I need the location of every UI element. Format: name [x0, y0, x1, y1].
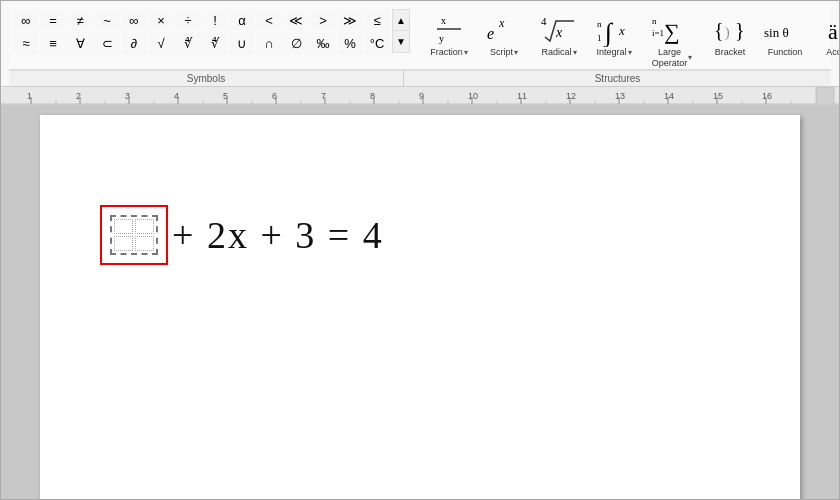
integral-label: Integral: [596, 47, 626, 58]
svg-text:n: n: [597, 19, 602, 29]
symbol-eq[interactable]: =: [40, 9, 66, 31]
svg-text:sin θ: sin θ: [764, 25, 789, 40]
script-label: Script: [490, 47, 513, 58]
document-area: + 2x + 3 = 4: [1, 105, 839, 500]
scroll-down[interactable]: ▼: [392, 31, 410, 53]
symbol-rows: ∞ = ≠ ~ ∞ × ÷ ! α < ≪ > ≫ ≤: [13, 9, 410, 54]
radical-label: Radical: [541, 47, 571, 58]
svg-text:{: {: [714, 19, 724, 41]
svg-text:∫: ∫: [603, 18, 614, 47]
svg-rect-70: [816, 87, 834, 105]
accent-label: Accent: [826, 47, 840, 58]
svg-text:ä: ä: [828, 19, 838, 44]
document-page: + 2x + 3 = 4: [40, 115, 800, 500]
struct-integral[interactable]: n 1 ∫ x Integral ▾: [587, 9, 641, 58]
symbol-4thrt[interactable]: ∜: [175, 32, 201, 54]
large-op-icon: n i=1 ∑: [650, 11, 694, 47]
symbol-times[interactable]: ×: [148, 9, 174, 31]
svg-text:4: 4: [541, 15, 547, 27]
fraction-label: Fraction: [430, 47, 463, 58]
svg-text:): ): [725, 25, 730, 41]
script-arrow: ▾: [514, 48, 518, 57]
dotted-cell-2: [135, 219, 154, 234]
symbol-gt[interactable]: >: [310, 9, 336, 31]
svg-text:y: y: [439, 33, 444, 44]
svg-text:14: 14: [664, 91, 674, 101]
large-op-label: LargeOperator: [652, 47, 688, 69]
symbol-partial[interactable]: ∂: [121, 32, 147, 54]
radical-label-row: Radical ▾: [541, 47, 576, 58]
radical-arrow: ▾: [573, 48, 577, 57]
symbol-tilde[interactable]: ~: [94, 9, 120, 31]
svg-text:}: }: [735, 19, 745, 41]
symbol-equiv[interactable]: ≡: [40, 32, 66, 54]
symbol-bang[interactable]: !: [202, 9, 228, 31]
symbol-grid: ∞ = ≠ ~ ∞ × ÷ ! α < ≪ > ≫ ≤: [13, 9, 390, 54]
svg-text:i=1: i=1: [652, 28, 664, 38]
symbol-percent[interactable]: %: [337, 32, 363, 54]
struct-items-row: x y Fraction ▾ e x: [422, 9, 840, 69]
symbols-section-label: Symbols: [9, 71, 404, 86]
svg-text:x: x: [441, 15, 446, 26]
math-placeholder[interactable]: [100, 205, 168, 265]
ruler-svg: 1 2 3 4 5 6 7 8 9 10 11 12 13 14 15 16: [1, 87, 839, 105]
ruler: 1 2 3 4 5 6 7 8 9 10 11 12 13 14 15 16: [1, 87, 839, 105]
struct-fraction[interactable]: x y Fraction ▾: [422, 9, 476, 58]
svg-text:12: 12: [566, 91, 576, 101]
fraction-label-row: Fraction ▾: [430, 47, 468, 58]
bracket-label: Bracket: [715, 47, 746, 58]
symbol-empty[interactable]: ∅: [283, 32, 309, 54]
symbol-gg[interactable]: ≫: [337, 9, 363, 31]
symbol-approx[interactable]: ≈: [13, 32, 39, 54]
symbol-subset[interactable]: ⊂: [94, 32, 120, 54]
symbol-row-2: ≈ ≡ ∀ ⊂ ∂ √ ∜ ∜ ∪ ∩ ∅ ‰ % °C: [13, 32, 390, 54]
svg-text:x: x: [555, 25, 563, 40]
symbol-le[interactable]: ≤: [364, 9, 390, 31]
symbol-intersect[interactable]: ∩: [256, 32, 282, 54]
symbol-inf[interactable]: ∞: [13, 9, 39, 31]
structures-section-label: Structures: [404, 71, 831, 86]
dotted-cell-4: [135, 236, 154, 251]
radical-icon: 4 x: [540, 11, 578, 47]
symbol-alpha[interactable]: α: [229, 9, 255, 31]
symbol-inf2[interactable]: ∞: [121, 9, 147, 31]
large-op-arrow: ▾: [688, 53, 692, 62]
structures-group: x y Fraction ▾ e x: [422, 9, 840, 69]
integral-icon: n 1 ∫ x: [595, 11, 633, 47]
symbol-scroll: ▲ ▼: [392, 9, 410, 54]
struct-bracket[interactable]: { ) } Bracket: [703, 9, 757, 58]
function-label-row: Function: [768, 47, 803, 58]
scroll-up[interactable]: ▲: [392, 9, 410, 31]
function-label: Function: [768, 47, 803, 58]
symbol-forall[interactable]: ∀: [67, 32, 93, 54]
bracket-icon: { ) }: [711, 11, 749, 47]
section-labels-bar: Symbols Structures: [9, 70, 831, 86]
ribbon: ∞ = ≠ ~ ∞ × ÷ ! α < ≪ > ≫ ≤: [1, 1, 839, 87]
accent-label-row: Accent: [826, 47, 840, 58]
struct-radical[interactable]: 4 x Radical ▾: [532, 9, 586, 58]
symbol-ll[interactable]: ≪: [283, 9, 309, 31]
symbol-union[interactable]: ∪: [229, 32, 255, 54]
symbol-sqrt[interactable]: √: [148, 32, 174, 54]
symbol-lt[interactable]: <: [256, 9, 282, 31]
symbol-div[interactable]: ÷: [175, 9, 201, 31]
equation-text: + 2x + 3 = 4: [172, 213, 384, 257]
svg-text:x: x: [498, 16, 505, 30]
dotted-cell-1: [114, 219, 133, 234]
svg-text:16: 16: [762, 91, 772, 101]
svg-text:e: e: [487, 25, 494, 42]
symbol-permille[interactable]: ‰: [310, 32, 336, 54]
struct-large-op[interactable]: n i=1 ∑ LargeOperator ▾: [642, 9, 702, 69]
accent-icon: ä: [824, 11, 840, 47]
fraction-icon: x y: [433, 11, 465, 47]
svg-text:11: 11: [517, 91, 527, 101]
equation-area: + 2x + 3 = 4: [100, 205, 384, 265]
struct-function[interactable]: sin θ Function: [758, 9, 812, 58]
symbol-neq[interactable]: ≠: [67, 9, 93, 31]
symbol-4thrt2[interactable]: ∜: [202, 32, 228, 54]
svg-text:13: 13: [615, 91, 625, 101]
struct-script[interactable]: e x Script ▾: [477, 9, 531, 58]
svg-text:15: 15: [713, 91, 723, 101]
struct-accent[interactable]: ä Accent: [813, 9, 840, 58]
symbol-degree-c[interactable]: °C: [364, 32, 390, 54]
